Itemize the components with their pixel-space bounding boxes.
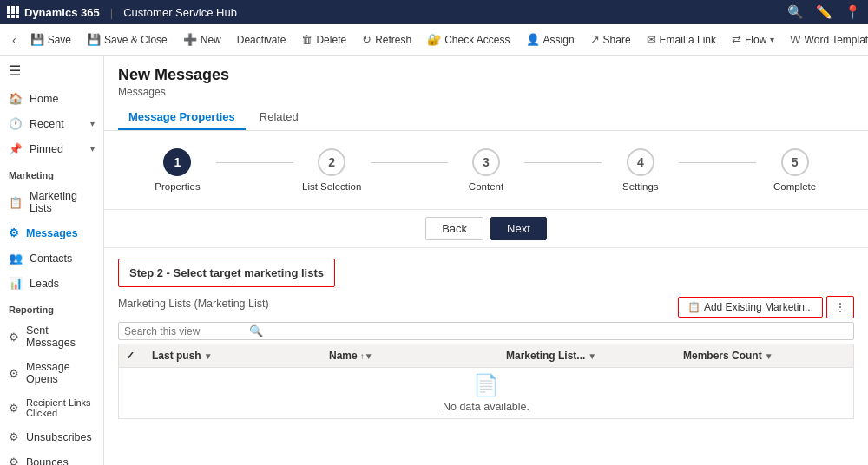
marketing-group-label: Marketing (0, 161, 103, 184)
col-members-count[interactable]: Members Count ▼ (676, 344, 853, 367)
assign-icon: 👤 (526, 33, 540, 46)
new-button[interactable]: ➕ New (176, 29, 228, 49)
grid-header: ✓ Last push ▼ Name ↑▼ Marketing List... … (118, 344, 854, 367)
col-marketing-list[interactable]: Marketing List... ▼ (499, 344, 676, 367)
sidebar-item-messages[interactable]: ⚙ Messages (0, 220, 103, 246)
share-icon: ↗ (590, 33, 600, 46)
wizard-step-1: 1 Properties (139, 148, 216, 192)
unsubscribes-icon: ⚙ (9, 430, 19, 443)
email-link-button[interactable]: ✉ Email a Link (640, 29, 723, 49)
save-close-button[interactable]: 💾 Save & Close (80, 29, 174, 49)
step-1-circle: 1 (163, 148, 191, 176)
recent-arrow-icon: ▾ (90, 119, 95, 128)
sidebar-item-marketing-lists[interactable]: 📋 Marketing Lists (0, 184, 103, 220)
wizard-step-2: 2 List Selection (293, 148, 371, 192)
no-data-icon: 📄 (473, 373, 499, 397)
toolbar: ‹ 💾 Save 💾 Save & Close ➕ New Deactivate… (0, 24, 868, 56)
top-nav-icons: 🔍 ✏️ 📍 (787, 4, 861, 20)
messages-icon: ⚙ (9, 226, 19, 239)
step-1-label: Properties (155, 181, 200, 192)
sidebar-item-contacts[interactable]: 👥 Contacts (0, 246, 103, 271)
sidebar-item-recent[interactable]: 🕐 Recent ▾ (0, 111, 103, 136)
recipient-links-icon: ⚙ (9, 402, 19, 415)
add-existing-button[interactable]: 📋 Add Existing Marketin... (678, 297, 823, 318)
tab-message-properties[interactable]: Message Properties (118, 105, 246, 130)
app-logo[interactable]: Dynamics 365 (7, 6, 100, 19)
step-4-circle: 4 (627, 148, 654, 176)
step-5-label: Complete (773, 181, 816, 192)
edit-icon[interactable]: ✏️ (816, 4, 832, 20)
connector-1-2 (216, 162, 293, 163)
more-options-button[interactable]: ⋮ (826, 296, 854, 318)
grid-body: 📄 No data available. (118, 367, 854, 419)
contacts-icon: 👥 (9, 252, 23, 265)
step-4-label: Settings (622, 181, 659, 192)
hamburger-button[interactable]: ☰ (0, 56, 103, 86)
page-tabs: Message Properties Related (118, 105, 854, 130)
content-area: New Messages Messages Message Properties… (104, 56, 868, 465)
check-access-icon: 🔐 (427, 33, 441, 46)
assign-button[interactable]: 👤 Assign (519, 29, 582, 49)
flow-button[interactable]: ⇄ Flow ▾ (725, 29, 781, 49)
sidebar-item-leads[interactable]: 📊 Leads (0, 271, 103, 296)
sort-mc-icon: ▼ (765, 351, 773, 361)
top-nav: Dynamics 365 | Customer Service Hub 🔍 ✏️… (0, 0, 868, 24)
location-icon[interactable]: 📍 (845, 4, 861, 20)
search-input[interactable] (124, 325, 246, 337)
share-button[interactable]: ↗ Share (583, 29, 638, 49)
page-title: New Messages (118, 66, 854, 84)
col-last-push[interactable]: Last push ▼ (145, 344, 322, 367)
back-nav-button[interactable]: ‹ (7, 29, 22, 50)
bounces-icon: ⚙ (9, 455, 19, 465)
sidebar-item-bounces[interactable]: ⚙ Bounces (0, 449, 103, 465)
email-icon: ✉ (647, 33, 656, 46)
save-icon: 💾 (30, 33, 44, 46)
step-2-circle: 2 (318, 148, 345, 176)
sent-messages-icon: ⚙ (9, 331, 19, 344)
save-close-icon: 💾 (87, 33, 101, 46)
wizard-step-4: 4 Settings (602, 148, 679, 192)
page-header: New Messages Messages Message Properties… (104, 56, 868, 131)
grid-icon (7, 6, 19, 18)
step2-section: Step 2 - Select target marketing lists M… (104, 247, 868, 429)
save-button[interactable]: 💾 Save (23, 29, 78, 49)
message-opens-icon: ⚙ (9, 367, 19, 380)
sidebar-item-sent-messages[interactable]: ⚙ Sent Messages (0, 318, 103, 355)
col-name[interactable]: Name ↑▼ (322, 344, 499, 367)
deactivate-button[interactable]: Deactivate (230, 30, 293, 49)
flow-icon: ⇄ (732, 33, 741, 46)
sidebar-item-pinned[interactable]: 📌 Pinned ▾ (0, 136, 103, 161)
nav-separator: | (110, 6, 113, 19)
word-templates-button[interactable]: W Word Templates ▾ (783, 29, 868, 49)
word-icon: W (790, 33, 800, 46)
reporting-group-label: Reporting (0, 296, 103, 318)
grid-check-col[interactable]: ✓ (119, 344, 145, 367)
delete-icon: 🗑 (301, 33, 312, 46)
grid-search-bar[interactable]: 🔍 (118, 322, 854, 340)
sort-name-icon: ↑▼ (360, 351, 373, 361)
refresh-button[interactable]: ↻ Refresh (355, 29, 418, 49)
app-name: Dynamics 365 (24, 6, 100, 19)
no-data-text: No data available. (443, 401, 529, 413)
back-button[interactable]: Back (425, 217, 483, 240)
sidebar-item-message-opens[interactable]: ⚙ Message Opens (0, 355, 103, 391)
sidebar-item-unsubscribes[interactable]: ⚙ Unsubscribes (0, 424, 103, 449)
delete-button[interactable]: 🗑 Delete (294, 29, 353, 49)
tab-related[interactable]: Related (249, 105, 309, 130)
search-icon[interactable]: 🔍 (787, 4, 804, 20)
new-icon: ➕ (183, 33, 197, 46)
connector-3-4 (524, 162, 602, 163)
sidebar-item-recipient-links[interactable]: ⚙ Recipient Links Clicked (0, 391, 103, 424)
step-5-circle: 5 (781, 148, 809, 176)
check-access-button[interactable]: 🔐 Check Access (420, 29, 516, 49)
next-button[interactable]: Next (490, 217, 547, 240)
action-buttons: Back Next (104, 210, 868, 247)
step-3-label: Content (469, 181, 503, 192)
pin-icon: 📌 (9, 142, 23, 155)
sidebar-item-home[interactable]: 🏠 Home (0, 86, 103, 111)
connector-4-5 (679, 162, 756, 163)
add-existing-icon: 📋 (687, 301, 700, 313)
recent-icon: 🕐 (9, 117, 23, 130)
step2-box-label: Step 2 - Select target marketing lists (129, 266, 324, 279)
sort-last-push-icon: ▼ (204, 351, 213, 361)
